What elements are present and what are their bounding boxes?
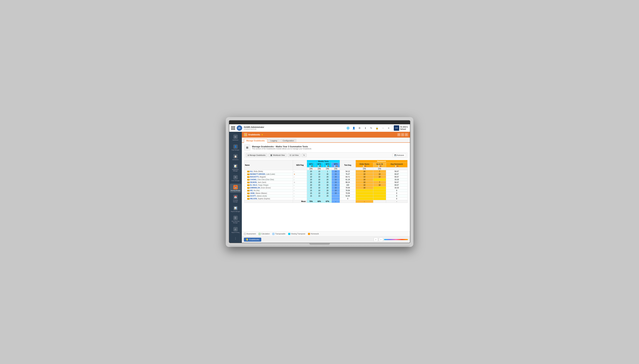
cell-wt2[interactable]: 10	[315, 173, 323, 176]
cell-wt3[interactable]: 20	[323, 181, 332, 184]
cell-ordernums[interactable]: 10	[356, 176, 373, 178]
cell-wt1[interactable]: 20	[307, 181, 315, 184]
cell-wt4[interactable]	[332, 195, 340, 198]
sidebar-item-reports[interactable]: 📊 Reports Manager	[230, 204, 241, 214]
cell-wt4[interactable]: 15	[332, 186, 340, 189]
autosave-btn[interactable]: 💾 Autosave	[392, 154, 406, 157]
sidebar-item-admissions[interactable]: 📋 Admissions	[230, 153, 241, 162]
cell-name[interactable]: 🔒ALI, Bella (Bella)	[244, 170, 293, 173]
cell-ordernums[interactable]	[356, 189, 373, 192]
cell-wt1[interactable]: 15	[307, 186, 315, 189]
nav-next-btn[interactable]: ›	[379, 238, 383, 242]
cell-wt3[interactable]: 1	[323, 170, 332, 173]
sidebar-more-button[interactable]: ⋮	[233, 236, 238, 242]
cell-wt2[interactable]: 10	[315, 192, 323, 195]
cell-wt3[interactable]: 20	[323, 192, 332, 195]
cell-ordernums[interactable]	[356, 192, 373, 195]
cell-upto1k[interactable]: 10	[373, 173, 386, 176]
cell-wt3[interactable]: 20	[323, 176, 332, 178]
cell-ordernums[interactable]	[356, 198, 373, 200]
cell-wt2[interactable]	[315, 198, 323, 200]
sidebar-item-sql[interactable]: 🗄 SQL Reporting Manager	[230, 214, 241, 225]
cell-ordernums[interactable]: 10	[356, 170, 373, 173]
logout-icon[interactable]: →	[381, 126, 385, 130]
refresh-gradebook-btn[interactable]: ↻	[302, 154, 306, 157]
cell-wt1[interactable]: 20	[307, 184, 315, 186]
grid-menu-icon[interactable]	[231, 126, 235, 130]
cell-wt3[interactable]: 30	[323, 184, 332, 186]
module-close-btn[interactable]: ×	[405, 133, 408, 136]
tab-configuration[interactable]: Configuration	[280, 139, 296, 142]
cell-name[interactable]: 🔒BIAGIOTTI, Biagiotti	[244, 176, 293, 178]
user-circle-icon[interactable]: 👤	[352, 126, 356, 130]
cell-wt1[interactable]	[307, 198, 315, 200]
cell-wt3[interactable]	[323, 198, 332, 200]
module-minimize-btn[interactable]: –	[401, 133, 404, 136]
cell-wt1[interactable]: 10	[307, 176, 315, 178]
cell-upto1k[interactable]	[373, 186, 386, 189]
cell-wt2[interactable]: 10	[315, 178, 323, 181]
nav-prev-btn[interactable]: ‹	[374, 238, 378, 242]
workbook-view-btn[interactable]: 📓 Workbook View	[268, 154, 287, 157]
cell-name[interactable]: 🔒EL HAJJ, Yorgo (Yorgo)	[244, 184, 293, 186]
cell-name[interactable]: 🔒HO, Ho (Ho)	[244, 189, 293, 192]
lock-icon[interactable]: 🔒	[375, 126, 379, 130]
cell-upto1k[interactable]	[373, 198, 386, 200]
cell-ordernums[interactable]	[356, 195, 373, 198]
cell-wt1[interactable]: 10	[307, 173, 315, 176]
menu-icon[interactable]: ≡	[386, 126, 391, 130]
cell-upto1k[interactable]	[373, 195, 386, 198]
cell-wt4[interactable]: 15	[332, 181, 340, 184]
tab-manage-gradebooks[interactable]: Manage Gradebooks	[244, 139, 268, 143]
cell-ordernums[interactable]: 10	[356, 181, 373, 184]
cell-wt2[interactable]: 20	[315, 184, 323, 186]
cell-name[interactable]: 🔒EMBWALSH, Emer (Emer)	[244, 186, 293, 189]
bottom-gradebooks-tab[interactable]: 📒 Gradebooks	[244, 238, 262, 242]
cell-wt3[interactable]: 20	[323, 195, 332, 198]
manage-gradebooks-btn[interactable]: ⊞ Manage Gradebooks	[246, 154, 268, 157]
cell-wt1[interactable]: 10	[307, 178, 315, 181]
cell-wt2[interactable]: 10	[315, 170, 323, 173]
cell-wt1[interactable]: 20	[307, 170, 315, 173]
module-help-btn[interactable]: ?	[397, 133, 400, 136]
sidebar-item-teaching[interactable]: 📚 Teaching Manager	[230, 184, 241, 193]
cell-wt4[interactable]: 15	[332, 184, 340, 186]
cell-name[interactable]: 🔒DEAKIN, Jack (Jack)	[244, 181, 293, 184]
cell-ordernums[interactable]: 10	[356, 184, 373, 186]
cell-name[interactable]: 🔒BENNETT-DRIVER, Luke (Luke)	[244, 173, 293, 176]
cell-upto1k[interactable]	[373, 189, 386, 192]
cell-name[interactable]: 🔒CHONG, Chin Chin (Chin Chin)	[244, 178, 293, 181]
cell-name[interactable]: 🔒JANE, Maisie (Maisie)	[244, 192, 293, 195]
cell-upto1k[interactable]	[373, 178, 386, 181]
cell-name[interactable]: 🔒SCOTT, Jolene (JoJo)	[244, 195, 293, 198]
cell-wt4[interactable]: 15	[332, 173, 340, 176]
globe-icon[interactable]: 🌐	[346, 126, 350, 130]
cell-upto1k[interactable]: 7	[373, 181, 386, 184]
cell-wt4[interactable]: 15	[332, 192, 340, 195]
cell-wt2[interactable]: 10	[315, 176, 323, 178]
cell-name[interactable]: 🔒WILSON, Sophie (Sophie)	[244, 198, 293, 200]
sidebar-item-cover[interactable]: ☂ Cover Manager	[230, 174, 241, 183]
refresh-icon[interactable]: ↻	[369, 126, 374, 130]
cell-wt1[interactable]: 15	[307, 192, 315, 195]
cell-wt3[interactable]: 20	[323, 186, 332, 189]
cell-wt3[interactable]: 20	[323, 189, 332, 192]
info-icon[interactable]: ℹ	[363, 126, 368, 130]
cell-wt2[interactable]: 10	[315, 195, 323, 198]
cell-upto1k[interactable]: 10	[373, 184, 386, 186]
settings-icon[interactable]: ⚙	[358, 126, 362, 130]
cell-wt1[interactable]: 15	[307, 195, 315, 198]
tab-logging[interactable]: Logging	[268, 139, 280, 142]
cell-ordernums[interactable]: 10	[356, 173, 373, 176]
cell-wt4[interactable]: 15	[332, 170, 340, 173]
cell-upto1k[interactable]	[373, 192, 386, 195]
cell-wt4[interactable]: 12	[332, 178, 340, 181]
sidebar-item-dashboard[interactable]: ⊞ Dashboard	[230, 133, 241, 142]
cell-wt1[interactable]: 15	[307, 189, 315, 192]
list-view-btn[interactable]: ☰ List View	[288, 154, 300, 157]
sidebar-item-registration[interactable]: 📝 Registration Manager	[230, 163, 241, 173]
sidebar-item-timetable[interactable]: 📅 Timetable Manager	[230, 193, 241, 204]
sidebar-item-printing[interactable]: 🖨 Report Printing	[230, 226, 241, 234]
cell-ordernums[interactable]: 10	[356, 178, 373, 181]
cell-ordernums[interactable]: 10	[356, 186, 373, 189]
